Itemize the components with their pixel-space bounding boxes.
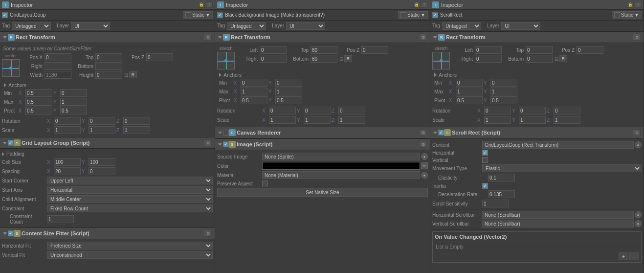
right-horizontal-cb[interactable] [482, 150, 488, 156]
mid-img-settings-btn[interactable]: ⚙ [419, 141, 427, 148]
right-rt-settings-btn[interactable]: ⚙ [633, 34, 641, 41]
mid-static-badge[interactable]: Static ▼ [398, 11, 428, 19]
right-posz-input[interactable] [577, 46, 603, 54]
right-anchor-max-x[interactable] [456, 88, 483, 95]
right-anchors-toggle[interactable]: Anchors [432, 71, 642, 79]
mid-rt-settings-btn[interactable]: ⚙ [419, 34, 427, 41]
mid-image-header[interactable]: S Image (Script) ⚙ [215, 138, 430, 150]
mid-anchor-square[interactable] [217, 52, 235, 69]
mid-color-pick-btn[interactable]: ✏ [421, 162, 428, 169]
right-layer-select[interactable]: UI [501, 22, 540, 30]
mid-pivot-x[interactable] [241, 96, 267, 104]
left-spacing-x[interactable] [54, 167, 81, 175]
left-posx-input[interactable] [44, 53, 71, 61]
right-lock-btn[interactable]: 🔒 [627, 2, 634, 8]
left-right-input[interactable] [44, 62, 71, 70]
left-rect-transform-header[interactable]: R Rect Transform ⚙ [0, 31, 215, 43]
mid-top-input[interactable] [311, 46, 337, 54]
left-rot-y[interactable] [89, 117, 115, 125]
mid-material-pick-btn[interactable]: ● [421, 172, 428, 179]
left-static-cb[interactable] [185, 12, 191, 18]
mid-cr-settings-btn[interactable]: ⚙ [419, 129, 427, 136]
left-child-alignment-select[interactable]: Middle Center Upper Left Upper Center Up… [47, 195, 213, 203]
left-scale-z[interactable] [123, 126, 150, 134]
left-grid-header[interactable]: S Grid Layout Group (Script) ⚙ [0, 137, 215, 149]
left-anchors-toggle[interactable]: Anchors [2, 82, 213, 89]
right-static-cb[interactable] [614, 12, 620, 18]
right-menu-btn[interactable]: ⋮ [635, 2, 642, 8]
right-anchor-square[interactable] [432, 52, 450, 69]
mid-pivot-y[interactable] [275, 96, 302, 104]
right-r-button[interactable]: R [559, 55, 567, 62]
right-inertia-cb[interactable] [482, 183, 488, 189]
right-sr-enable-cb[interactable] [438, 130, 444, 136]
left-anchor-max-x[interactable] [25, 98, 52, 106]
left-grid-enable-cb[interactable] [8, 140, 14, 146]
right-rect-transform-header[interactable]: R Rect Transform ⚙ [430, 31, 644, 43]
right-rot-z[interactable] [554, 107, 580, 114]
left-constraint-count-input[interactable] [47, 215, 74, 223]
left-start-corner-select[interactable]: Upper Left Upper Right Lower Left Lower … [47, 177, 213, 184]
mid-tag-select[interactable]: Untagged [227, 22, 266, 30]
mid-canvas-renderer-header[interactable]: C Canvas Renderer ⚙ [215, 127, 430, 138]
left-csf-enable-cb[interactable] [8, 230, 14, 236]
left-csf-settings-btn[interactable]: ⚙ [204, 230, 212, 237]
mid-anchor-min-x[interactable] [241, 79, 267, 87]
right-anchor-max-y[interactable] [490, 88, 517, 95]
left-scroll-area[interactable]: R Rect Transform ⚙ Some values driven by… [0, 31, 215, 273]
left-vfit-select[interactable]: Unconstrained Min Size Preferred Size [47, 251, 213, 259]
mid-rect-transform-header[interactable]: R Rect Transform ⚙ [215, 31, 430, 43]
right-sr-add-event-btn[interactable]: + [619, 252, 628, 260]
mid-bottom-input[interactable] [311, 55, 337, 63]
left-layer-select[interactable]: UI [71, 22, 110, 30]
right-movement-type-select[interactable]: Elastic Clamped Unrestricted [482, 164, 642, 172]
left-r-button[interactable]: R [129, 71, 137, 78]
mid-static-cb[interactable] [400, 12, 406, 18]
right-scrollrect-header[interactable]: S Scroll Rect (Script) ⚙ [430, 127, 644, 138]
right-anchor-min-y[interactable] [490, 79, 517, 87]
right-rot-y[interactable] [519, 107, 546, 114]
left-menu-btn[interactable]: ⋮ [206, 2, 213, 8]
left-rt-settings-btn[interactable]: ⚙ [204, 34, 212, 41]
mid-active-cb[interactable] [217, 12, 223, 18]
right-sr-remove-event-btn[interactable]: - [629, 252, 639, 260]
right-sr-content-pick-btn[interactable]: ● [635, 141, 642, 148]
left-start-axis-select[interactable]: Horizontal Vertical [47, 186, 213, 194]
left-bottom-input[interactable] [95, 62, 122, 70]
left-hfit-select[interactable]: Preferred Size Min Size Unconstrained [47, 242, 213, 250]
right-right-input[interactable] [475, 55, 502, 63]
right-h-scrollbar-pick-btn[interactable]: ● [635, 211, 642, 218]
left-lock-btn[interactable]: 🔒 [198, 2, 205, 8]
left-rot-x[interactable] [54, 117, 81, 125]
right-static-badge[interactable]: Static ▼ [612, 11, 642, 19]
right-top-input[interactable] [526, 46, 553, 54]
right-tag-select[interactable]: Untagged [442, 22, 481, 30]
mid-lock-btn[interactable]: 🔒 [413, 2, 420, 8]
right-left-input[interactable] [475, 46, 502, 54]
left-pivot-y[interactable] [60, 107, 87, 114]
mid-color-swatch[interactable] [262, 162, 420, 170]
mid-anchors-toggle[interactable]: Anchors [217, 71, 428, 79]
left-csf-header[interactable]: S Content Size Fitter (Script) ⚙ [0, 228, 215, 239]
mid-left-input[interactable] [260, 46, 287, 54]
right-scale-x[interactable] [484, 116, 511, 124]
mid-cr-enable-cb[interactable] [223, 130, 229, 136]
left-anchor-square[interactable] [2, 59, 20, 77]
right-bottom-input[interactable] [526, 55, 553, 63]
mid-layer-select[interactable]: UI [286, 22, 325, 30]
right-scroll-sens-input[interactable] [482, 200, 509, 207]
left-active-checkbox[interactable] [2, 12, 8, 18]
left-scale-x[interactable] [54, 126, 81, 134]
right-pivot-x[interactable] [456, 96, 483, 104]
right-active-cb[interactable] [432, 12, 438, 18]
left-pivot-x[interactable] [25, 107, 52, 114]
left-static-badge[interactable]: Static ▼ [183, 11, 213, 19]
mid-posz-input[interactable] [361, 46, 388, 54]
left-anchor-min-x[interactable] [25, 89, 52, 97]
mid-anchor-max-y[interactable] [275, 88, 302, 95]
mid-right-input[interactable] [260, 55, 287, 63]
left-constraint-select[interactable]: Fixed Row Count Fixed Column Count Flexi… [47, 205, 213, 212]
right-vertical-cb[interactable] [482, 157, 488, 163]
mid-scale-z[interactable] [338, 116, 365, 124]
mid-rot-x[interactable] [269, 107, 296, 114]
